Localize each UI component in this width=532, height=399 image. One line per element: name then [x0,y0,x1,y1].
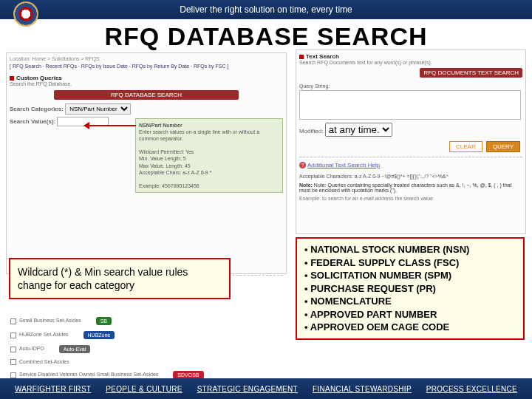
wildcard-note-overlay: Wildcard (*) & Min search value rules ch… [9,258,231,299]
header-bar: Deliver the right solution on time, ever… [0,0,532,19]
query-string-input[interactable] [299,90,521,120]
acceptable-chars: Acceptable Characters: a-z A-Z 0-9 ~!@#$… [299,173,522,180]
text-search-panel: Text Search Search RFQ Documents text fo… [296,50,526,234]
search-panel-header: RFQ DATABASE SEARCH [54,90,239,100]
custom-queries-title: Custom Queries [16,75,62,81]
footer-link[interactable]: PROCESS EXCELLENCE [426,385,517,393]
footer-link[interactable]: WARFIGHTER FIRST [15,385,91,393]
footer-link[interactable]: PEOPLE & CULTURE [106,385,183,393]
bullet-icon [10,76,14,81]
search-categories-select[interactable]: NSN/Part Number [65,103,131,115]
search-values-row: Search Value(s): NSN/Part Number Enter s… [10,117,283,193]
categories-list-overlay: • NATIONAL STOCK NUMBER (NSN) • FEDERAL … [296,237,525,340]
callout-title: NSN/Part Number [139,123,183,128]
modified-select[interactable]: at any time. [325,123,392,137]
footer-bar: WARFIGHTER FIRST PEOPLE & CULTURE STRATE… [0,378,532,399]
custom-queries-sub: Search the RFQ Database. [10,81,283,86]
text-clear-button[interactable]: CLEAR [449,141,482,152]
page-title: RFQ DATABASE SEARCH [0,19,532,52]
help-link[interactable]: Additional Text Search Help [307,162,380,168]
checkbox[interactable] [10,332,16,338]
rfq-search-panel: Location: Home > Solicitations > RFQS [ … [6,52,287,274]
text-search-title: Text Search [306,53,339,60]
query-string-label: Query String: [299,83,522,89]
tab-links[interactable]: [ RFQ Search · Recent RFQs · RFQs by Iss… [10,64,283,69]
breadcrumb: Location: Home > Solicitations > RFQS [10,56,283,61]
checkbox[interactable] [10,318,16,324]
checkbox[interactable] [10,359,16,365]
search-values-label: Search Value(s): [10,118,55,125]
search-categories-label: Search Categories: [10,106,64,112]
note-text: Note: Queries containing specially treat… [299,183,511,193]
search-categories-row: Search Categories: NSN/Part Number [10,103,283,115]
checkbox[interactable] [10,347,16,352]
help-icon: ? [299,162,306,168]
bullet-icon [299,55,304,59]
agency-seal-icon [13,1,38,27]
footer-link[interactable]: FINANCIAL STEWARDSHIP [313,385,412,393]
hint-callout: NSN/Part Number Enter search values on a… [135,118,283,193]
query-button[interactable]: QUERY [486,141,520,152]
footer-link[interactable]: STRATEGIC ENGAGEMENT [197,385,298,393]
arrow-icon [84,125,136,126]
modified-label: Modified: [299,128,323,134]
setaside-options: Small Business Set-AsidesSB HUBZone Set-… [10,311,284,385]
example-text: Example: to search for an e-mail address… [299,196,522,201]
text-search-sub: Search RFQ Documents text for any word(s… [299,60,522,65]
checkbox[interactable] [10,372,16,378]
text-search-header: RFQ DOCUMENTS TEXT SEARCH [420,68,522,78]
header-tagline: Deliver the right solution on time, ever… [180,4,352,15]
